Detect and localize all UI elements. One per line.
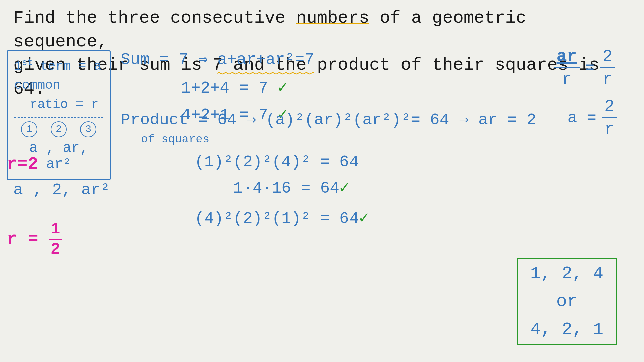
def-terms: 1 2 3 xyxy=(14,121,103,137)
half-numerator: 1 xyxy=(49,220,62,240)
of-squares-label: of squares xyxy=(141,133,536,146)
answer-box: 1, 2, 4 or 4, 2, 1 xyxy=(517,258,617,345)
frac-denominator-r2: r xyxy=(600,68,615,89)
fraction-2-over-r: 2 r xyxy=(600,47,615,89)
sequence-r2: a , 2, ar² xyxy=(13,177,110,203)
product-main-line: Product = 64 ⇒ (a)²(ar)²(ar²)²= 64 ⇒ ar … xyxy=(121,107,536,133)
frac-denominator-r: r xyxy=(559,68,575,89)
a-fraction-equation: a = 2 r xyxy=(568,97,617,139)
sum-expanded: a+ar+ar²=7 xyxy=(217,47,314,73)
circle-3: 3 xyxy=(80,121,96,137)
page: Find the three consecutive numbers of a … xyxy=(0,0,644,362)
r-equals-2: r=2 xyxy=(7,154,110,174)
fraction-a-2-over-r: 2 r xyxy=(602,97,617,139)
def-common: common xyxy=(14,76,103,95)
a-frac-denominator: r xyxy=(602,118,617,139)
fraction-equation: ar r = 2 r xyxy=(554,47,617,89)
equals-sign: = xyxy=(585,59,595,77)
frac-numerator-2: 2 xyxy=(600,47,615,68)
a-label: a = xyxy=(568,109,596,127)
solutions-left: r=2 a , 2, ar² r = 1 2 xyxy=(7,154,110,258)
product-section: Product = 64 ⇒ (a)²(ar)²(ar²)²= 64 ⇒ ar … xyxy=(121,107,536,232)
def-first-term: 1st term = a xyxy=(14,56,103,76)
def-divider xyxy=(14,117,103,118)
highlighted-numbers: numbers xyxy=(296,8,369,28)
fraction-ar-over-r: ar r xyxy=(554,47,580,89)
half-denominator: 2 xyxy=(49,240,62,258)
half-fraction: 1 2 xyxy=(49,220,62,258)
a-frac-numerator: 2 xyxy=(602,97,617,118)
product-verify-3: (4)²(2)²(1)² = 64✓ xyxy=(195,205,536,232)
product-label: Product = 64 ⇒ (a)²(ar)²(ar²)²= 64 ⇒ ar … xyxy=(121,107,536,133)
answer-content: 1, 2, 4 or 4, 2, 1 xyxy=(530,260,603,344)
product-verify-1: (1)²(2)²(4)² = 64 xyxy=(195,149,536,175)
circle-2: 2 xyxy=(51,121,67,137)
right-fraction-area: ar r = 2 r a = 2 r xyxy=(554,47,617,139)
product-verify-2: 1·4·16 = 64✓ xyxy=(195,175,536,202)
frac-numerator-ar: ar xyxy=(554,47,580,68)
product-verify-lines: (1)²(2)²(4)² = 64 1·4·16 = 64✓ (4)²(2)²(… xyxy=(195,149,536,232)
sum-label: Sum = 7 ⇒ xyxy=(121,51,217,69)
r-equals-half: r = 1 2 xyxy=(7,220,110,258)
def-ratio: ratio = r xyxy=(14,95,103,114)
circle-1: 1 xyxy=(21,121,37,137)
